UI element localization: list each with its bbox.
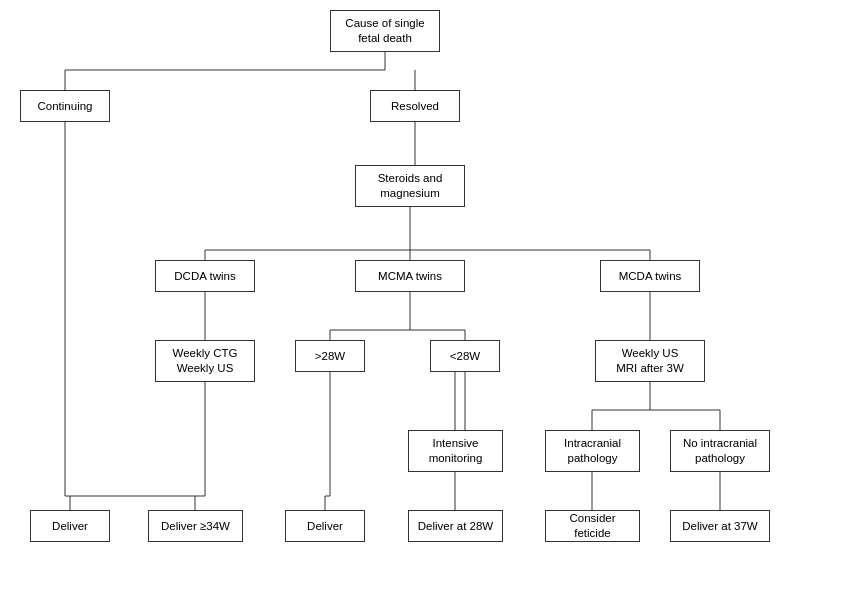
box-mcda: MCDA twins: [600, 260, 700, 292]
box-lt28: <28W: [430, 340, 500, 372]
box-mcma: MCMA twins: [355, 260, 465, 292]
box-deliver_37: Deliver at 37W: [670, 510, 770, 542]
box-intracranial: Intracranialpathology: [545, 430, 640, 472]
box-consider_feticide: Considerfeticide: [545, 510, 640, 542]
box-deliver_34: Deliver ≥34W: [148, 510, 243, 542]
connector-lines: [0, 0, 847, 589]
box-intensive: Intensivemonitoring: [408, 430, 503, 472]
box-deliver_28: Deliver at 28W: [408, 510, 503, 542]
box-deliver_mid: Deliver: [285, 510, 365, 542]
box-dcda: DCDA twins: [155, 260, 255, 292]
box-root: Cause of singlefetal death: [330, 10, 440, 52]
box-no_intracranial: No intracranialpathology: [670, 430, 770, 472]
box-continuing: Continuing: [20, 90, 110, 122]
flowchart: Cause of singlefetal deathContinuingReso…: [0, 0, 847, 589]
box-gt28: >28W: [295, 340, 365, 372]
box-deliver_left: Deliver: [30, 510, 110, 542]
box-steroids: Steroids andmagnesium: [355, 165, 465, 207]
box-weekly_us: Weekly USMRI after 3W: [595, 340, 705, 382]
box-weekly_ctg: Weekly CTGWeekly US: [155, 340, 255, 382]
box-resolved: Resolved: [370, 90, 460, 122]
